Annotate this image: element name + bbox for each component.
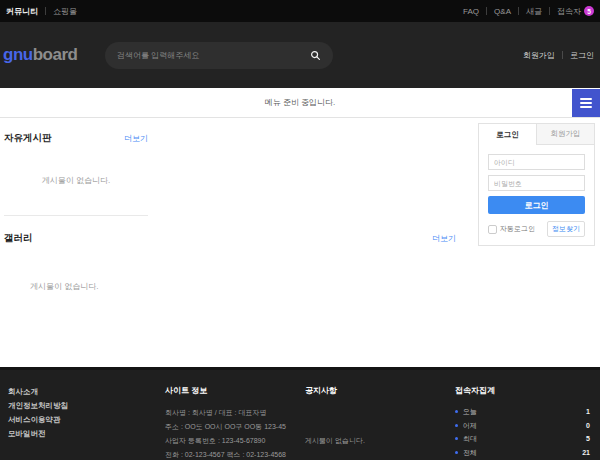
footer-links-column: 회사소개 개인정보처리방침 서비스이용약관 모바일버전 — [8, 385, 165, 460]
site-info-line: 전화 : 02-123-4567 팩스 : 02-123-4568 — [165, 448, 305, 460]
login-id-field[interactable] — [488, 154, 585, 170]
footer-visitors-column: 접속자집계 오늘 1 어제 0 최대 5 — [455, 385, 592, 460]
visitor-stat-value: 21 — [582, 446, 590, 460]
gallery-more-link[interactable]: 더보기 — [432, 233, 456, 244]
visitor-stat-row: 오늘 1 — [455, 405, 590, 419]
tab-join[interactable]: 회원가입 — [536, 124, 594, 145]
visitor-stat-label: 오늘 — [463, 405, 477, 419]
divider — [518, 7, 519, 15]
login-box: 로그인 회원가입 로그인 자동로그인 정보찾기 — [478, 123, 595, 246]
topbar-link-community[interactable]: 커뮤니티 — [6, 6, 38, 17]
logo-text-gnu: gnu — [3, 45, 33, 64]
visitor-stats-list: 오늘 1 어제 0 최대 5 전체 21 — [455, 405, 590, 459]
menu-notice-text: 메뉴 준비 중입니다. — [0, 88, 600, 117]
visitor-stat-value: 1 — [586, 405, 590, 419]
topbar-left-links: 커뮤니티 쇼핑몰 — [6, 6, 77, 17]
bullet-icon — [455, 451, 458, 454]
search-bar — [105, 42, 333, 69]
header-link-join[interactable]: 회원가입 — [523, 50, 555, 61]
tab-login[interactable]: 로그인 — [479, 124, 536, 145]
visitor-stat-value: 5 — [586, 432, 590, 446]
find-info-link[interactable]: 정보찾기 — [547, 221, 585, 237]
hamburger-menu-button[interactable] — [572, 89, 600, 117]
gallery-widget-title[interactable]: 갤러리 — [4, 232, 33, 245]
menu-bar: 메뉴 준비 중입니다. — [0, 88, 600, 118]
divider — [45, 7, 46, 15]
main-content: 자유게시판 더보기 게시물이 없습니다. 갤러리 더보기 게시물이 없습니다. … — [0, 118, 600, 370]
login-password-field[interactable] — [488, 175, 585, 191]
site-info-line: 회사명 : 회사명 / 대표 : 대표자명 — [165, 406, 305, 420]
login-extra-row: 자동로그인 정보찾기 — [488, 221, 585, 237]
divider — [562, 51, 563, 59]
gallery-empty-message: 게시물이 없습니다. — [4, 281, 456, 292]
login-submit-button[interactable]: 로그인 — [488, 196, 585, 214]
auto-login-option[interactable]: 자동로그인 — [488, 224, 535, 234]
gallery-widget-header: 갤러리 더보기 — [4, 232, 456, 245]
visitor-stat-row: 최대 5 — [455, 432, 590, 446]
latest-board-widget: 자유게시판 더보기 게시물이 없습니다. — [4, 126, 148, 216]
board-more-link[interactable]: 더보기 — [124, 133, 148, 144]
visitor-stat-label: 최대 — [463, 432, 477, 446]
page: 커뮤니티 쇼핑몰 FAQ Q&A 새글 접속자 5 gnuboard — [0, 0, 600, 460]
footer-link-terms[interactable]: 서비스이용약관 — [8, 413, 165, 427]
search-input[interactable] — [117, 51, 310, 60]
header-link-login[interactable]: 로그인 — [570, 50, 594, 61]
topbar-link-faq[interactable]: FAQ — [463, 7, 479, 16]
board-empty-message: 게시물이 없습니다. — [4, 175, 148, 186]
site-info-heading: 사이트 정보 — [165, 385, 305, 396]
visitor-stat-label: 전체 — [463, 446, 477, 460]
header-member-links: 회원가입 로그인 — [523, 50, 594, 61]
bullet-icon — [455, 424, 458, 427]
topbar-link-visitors[interactable]: 접속자 5 — [557, 6, 594, 17]
board-widget-header: 자유게시판 더보기 — [4, 132, 148, 145]
auto-login-checkbox[interactable] — [488, 225, 497, 234]
hamburger-icon — [580, 98, 592, 100]
visitor-count-badge: 5 — [584, 6, 594, 16]
topbar-link-qna[interactable]: Q&A — [494, 7, 511, 16]
footer-site-info-column: 사이트 정보 회사명 : 회사명 / 대표 : 대표자명 주소 : OO도 OO… — [165, 385, 305, 460]
topbar-right-links: FAQ Q&A 새글 접속자 5 — [463, 6, 594, 17]
site-logo[interactable]: gnuboard — [3, 45, 77, 65]
login-form: 로그인 자동로그인 정보찾기 — [479, 145, 594, 245]
gallery-widget: 갤러리 더보기 게시물이 없습니다. — [4, 226, 456, 292]
footer-notice-column: 공지사항 게시물이 없습니다. — [305, 385, 455, 460]
search-icon — [310, 50, 321, 61]
visitor-stat-label: 어제 — [463, 419, 477, 433]
logo-text-board: board — [33, 45, 78, 64]
notice-heading: 공지사항 — [305, 385, 455, 396]
bullet-icon — [455, 437, 458, 440]
site-info-lines: 회사명 : 회사명 / 대표 : 대표자명 주소 : OO도 OO시 OO구 O… — [165, 406, 305, 460]
auto-login-label: 자동로그인 — [500, 224, 535, 234]
topbar-link-shop[interactable]: 쇼핑몰 — [53, 6, 77, 17]
visitor-stat-row: 어제 0 — [455, 419, 590, 433]
divider — [549, 7, 550, 15]
login-tabs: 로그인 회원가입 — [479, 124, 594, 145]
visitor-stat-value: 0 — [586, 419, 590, 433]
footer-link-privacy[interactable]: 개인정보처리방침 — [8, 399, 165, 413]
bullet-icon — [455, 410, 458, 413]
visitor-stats-heading: 접속자집계 — [455, 385, 590, 396]
footer-link-mobile[interactable]: 모바일버전 — [8, 427, 165, 441]
site-info-line: 주소 : OO도 OO시 OO구 OO동 123-45 — [165, 420, 305, 434]
topbar-visitors-label: 접속자 — [557, 6, 581, 17]
search-button[interactable] — [310, 50, 321, 61]
site-header: gnuboard 회원가입 로그인 — [0, 22, 600, 88]
site-info-line: 사업자 등록번호 : 123-45-67890 — [165, 434, 305, 448]
top-utility-bar: 커뮤니티 쇼핑몰 FAQ Q&A 새글 접속자 5 — [0, 0, 600, 22]
topbar-link-new-posts[interactable]: 새글 — [526, 6, 542, 17]
notice-empty-message: 게시물이 없습니다. — [305, 436, 455, 446]
visitor-stat-row: 전체 21 — [455, 446, 590, 460]
divider — [486, 7, 487, 15]
site-footer: 회사소개 개인정보처리방침 서비스이용약관 모바일버전 사이트 정보 회사명 :… — [0, 367, 600, 460]
footer-link-company[interactable]: 회사소개 — [8, 385, 165, 399]
board-widget-title[interactable]: 자유게시판 — [4, 132, 52, 145]
